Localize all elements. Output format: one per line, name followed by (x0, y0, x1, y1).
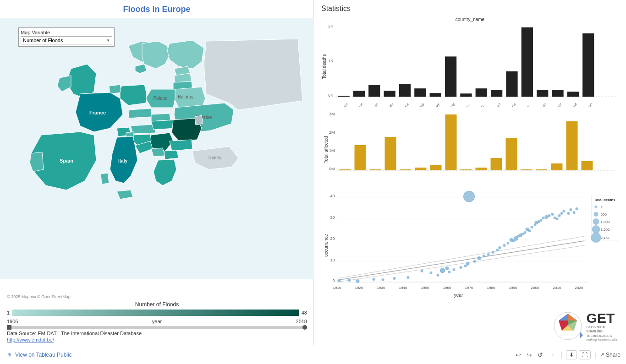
svg-rect-30 (582, 33, 594, 97)
svg-text:40: 40 (330, 194, 335, 198)
get-logo-container: GET GEOSPATIALENABLINGTECHNOLOGIES makin… (553, 311, 619, 341)
svg-rect-25 (506, 71, 517, 97)
svg-point-149 (567, 212, 570, 215)
svg-point-124 (503, 244, 506, 247)
svg-text:2,161: 2,161 (601, 236, 610, 240)
svg-rect-60 (430, 165, 442, 170)
svg-point-114 (464, 265, 467, 267)
right-panel: Statistics country_name Total deaths 2K … (314, 0, 626, 364)
svg-rect-18 (399, 84, 411, 97)
svg-text:Slovenia: Slovenia (537, 103, 547, 107)
svg-text:1K: 1K (328, 59, 333, 63)
year-slider[interactable] (7, 326, 307, 329)
svg-text:France: France (89, 110, 106, 115)
forward-button[interactable]: → (547, 350, 557, 359)
svg-rect-55 (355, 145, 366, 170)
svg-rect-28 (552, 90, 563, 97)
get-logo-icon (553, 311, 583, 341)
legend-gradient (12, 310, 299, 316)
svg-line-97 (337, 245, 585, 282)
affected-chart-svg: Total affected 3M 2M 1M 0M (319, 109, 621, 189)
svg-rect-59 (415, 168, 427, 170)
svg-line-98 (337, 236, 585, 278)
left-panel: Floods in Europe Map Variable Number of … (0, 0, 314, 364)
svg-text:Bulgaria: Bulgaria (369, 103, 379, 107)
svg-point-163 (591, 233, 601, 243)
map-container[interactable]: Belarus Poland Ukraine France (0, 18, 314, 279)
svg-point-146 (558, 214, 561, 217)
svg-point-131 (522, 233, 524, 235)
undo-button[interactable]: ↩ (514, 350, 523, 359)
legend-bar-row: 1 48 (7, 310, 307, 316)
svg-rect-54 (340, 169, 351, 170)
svg-rect-62 (461, 169, 472, 170)
view-on-tableau[interactable]: ⊞ View on Tableau Public (5, 351, 72, 359)
svg-rect-26 (522, 27, 533, 97)
svg-rect-67 (536, 169, 548, 170)
revert-button[interactable]: ↺ (536, 350, 545, 359)
svg-point-118 (478, 256, 481, 260)
svg-text:2020: 2020 (575, 286, 583, 290)
legend-min: 1 (7, 310, 10, 315)
svg-rect-69 (566, 121, 578, 170)
svg-point-141 (545, 215, 549, 219)
divider-2: | (594, 351, 596, 359)
svg-text:Italy: Italy (449, 102, 456, 107)
map-variable-value: Number of Floods (23, 38, 63, 43)
svg-text:1950: 1950 (421, 286, 429, 290)
svg-rect-64 (491, 158, 502, 170)
svg-text:Poland: Poland (153, 96, 167, 101)
svg-point-117 (473, 260, 476, 263)
svg-text:20: 20 (330, 236, 335, 241)
map-variable-label: Map Variable (21, 30, 112, 35)
svg-rect-19 (414, 88, 426, 97)
svg-point-134 (528, 229, 531, 232)
data-source-link[interactable]: http://www.emdat.be/ (7, 337, 307, 342)
svg-point-107 (430, 272, 433, 274)
map-variable-select[interactable]: Number of Floods ▼ (21, 36, 112, 44)
svg-point-111 (448, 271, 451, 273)
svg-text:occurrence: occurrence (324, 234, 329, 257)
svg-rect-16 (368, 85, 380, 97)
tableau-icon: ⊞ (5, 351, 13, 359)
svg-text:1920: 1920 (355, 286, 363, 290)
svg-rect-65 (506, 138, 517, 170)
svg-point-119 (483, 255, 485, 257)
svg-rect-14 (338, 96, 349, 97)
svg-point-150 (570, 208, 572, 211)
get-company-name: GET (587, 311, 619, 325)
copyright: © 2025 Mapbox © OpenStreetMap (7, 294, 307, 299)
svg-rect-63 (476, 168, 487, 170)
fullscreen-button[interactable]: ⛶ (579, 350, 591, 359)
map-variable-container: Map Variable Number of Floods ▼ (18, 27, 115, 47)
toolbar-buttons: ↩ ↪ ↺ → | ⬇ ⛶ | ↗ Share (514, 350, 621, 359)
svg-text:1M: 1M (329, 148, 335, 153)
redo-button[interactable]: ↪ (525, 350, 534, 359)
svg-point-148 (563, 210, 566, 212)
scatter-chart-svg: occurrence 40 30 20 10 0 1910 1920 19 (319, 190, 621, 300)
map-bottom-area: © 2025 Mapbox © OpenStreetMap Number of … (0, 292, 314, 345)
svg-text:10: 10 (330, 258, 335, 262)
svg-rect-24 (491, 90, 502, 97)
svg-rect-58 (400, 169, 412, 170)
legend-title: Number of Floods (7, 301, 307, 308)
svg-point-123 (499, 246, 501, 249)
get-logo-text: GET GEOSPATIALENABLINGTECHNOLOGIES makin… (587, 311, 619, 341)
svg-text:500: 500 (601, 212, 607, 217)
year-slider-container[interactable] (7, 326, 307, 329)
total-affected-chart: Total affected 3M 2M 1M 0M (319, 109, 621, 189)
svg-text:Poland: Poland (493, 103, 501, 107)
svg-rect-27 (537, 90, 548, 97)
share-button[interactable]: ↗ Share (600, 352, 621, 358)
svg-point-104 (393, 277, 396, 280)
download-button[interactable]: ⬇ (566, 350, 577, 359)
svg-point-145 (556, 217, 559, 220)
svg-text:2M: 2M (329, 130, 335, 135)
country-name-header: country_name (319, 17, 621, 22)
svg-point-110 (445, 266, 449, 270)
svg-point-142 (548, 214, 551, 217)
tableau-footer-right: ↩ ↪ ↺ → | ⬇ ⛶ | ↗ Share (314, 345, 626, 364)
svg-text:0M: 0M (329, 167, 335, 171)
svg-rect-21 (445, 56, 456, 97)
svg-text:2K: 2K (328, 24, 333, 28)
